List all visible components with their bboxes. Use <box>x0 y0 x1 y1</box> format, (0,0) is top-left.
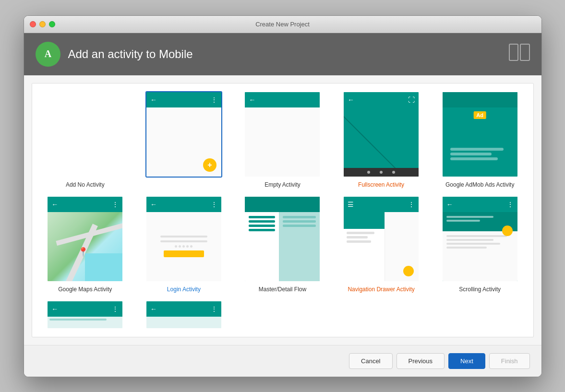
activity-item-partial-2[interactable]: ← ⋮ <box>138 300 229 329</box>
activity-item-admob[interactable]: Ad Google AdMob Ads Activity <box>434 91 526 188</box>
svg-rect-3 <box>520 44 529 60</box>
empty-activity-label: Empty Activity <box>264 181 301 188</box>
android-icon: A <box>40 46 56 62</box>
master-preview <box>244 196 321 282</box>
master-label: Master/Detail Flow <box>259 286 306 293</box>
activity-item-no-activity[interactable]: Add No Activity <box>40 91 131 188</box>
activity-item-scroll[interactable]: ← ⋮ <box>434 196 526 293</box>
svg-rect-2 <box>509 44 518 60</box>
partial-preview-1: ← ⋮ <box>47 300 123 329</box>
blank-selected-label: Blank Activity <box>146 177 221 178</box>
no-activity-label: Add No Activity <box>66 181 105 188</box>
login-label: Login Activity <box>167 286 201 293</box>
next-button[interactable]: Next <box>448 353 485 369</box>
activity-item-login[interactable]: ← ⋮ <box>138 196 229 293</box>
window-controls <box>30 21 55 27</box>
activity-item-partial-1[interactable]: ← ⋮ <box>40 300 131 329</box>
activity-item-blank[interactable]: ← ⋮ + Blank Activity <box>138 91 229 188</box>
main-window: Create New Project A Add an activity to … <box>24 15 542 377</box>
empty-top-bar: ← <box>245 92 320 107</box>
scroll-preview: ← ⋮ <box>442 196 518 282</box>
bottom-navigation: Cancel Previous Next Finish <box>24 345 541 377</box>
activity-item-empty[interactable]: ← Empty Activity <box>237 91 328 188</box>
android-logo: A <box>36 42 60 67</box>
nav-preview: ☰ ⋮ <box>343 196 420 282</box>
maps-preview: ← ⋮ 📍 <box>47 196 123 282</box>
activity-item-master[interactable]: Master/Detail Flow <box>237 196 328 293</box>
header-left: A Add an activity to Mobile <box>36 42 193 67</box>
header-title: Add an activity to Mobile <box>68 48 193 61</box>
admob-preview: Ad <box>442 91 518 178</box>
login-preview: ← ⋮ <box>145 196 222 282</box>
finish-button: Finish <box>489 353 530 369</box>
diagonal <box>344 92 419 168</box>
close-button[interactable] <box>30 21 36 27</box>
bottom-bar <box>344 168 419 177</box>
fullscreen-label: Fullscreen Activity <box>358 181 404 188</box>
partial-preview-2: ← ⋮ <box>145 300 222 329</box>
scroll-label: Scrolling Activity <box>459 286 501 293</box>
empty-body <box>245 107 320 177</box>
activity-item-nav[interactable]: ☰ ⋮ <box>336 196 427 293</box>
activity-item-maps[interactable]: ← ⋮ 📍 Google Maps Activity <box>40 196 131 293</box>
fullscreen-preview: ← ⛶ <box>343 91 420 178</box>
previous-button[interactable]: Previous <box>397 353 445 369</box>
activity-item-fullscreen[interactable]: ← ⛶ Fullscreen Activity <box>336 91 427 188</box>
content-area: Add No Activity ← ⋮ + Blank Activity <box>24 75 541 345</box>
fab-button: + <box>203 158 216 172</box>
maps-label: Google Maps Activity <box>58 286 112 293</box>
admob-label: Google AdMob Ads Activity <box>445 181 514 188</box>
page-header: A Add an activity to Mobile <box>24 33 541 75</box>
blank-activity-preview: ← ⋮ + Blank Activity <box>145 91 222 178</box>
svg-text:A: A <box>44 48 51 59</box>
layout-icon <box>509 44 530 64</box>
activity-grid: Add No Activity ← ⋮ + Blank Activity <box>32 83 534 337</box>
minimize-button[interactable] <box>39 21 46 27</box>
title-bar: Create New Project <box>24 16 541 33</box>
maximize-button[interactable] <box>49 21 55 27</box>
no-activity-preview <box>47 91 123 178</box>
nav-label: Navigation Drawer Activity <box>348 286 414 293</box>
cancel-button[interactable]: Cancel <box>349 353 392 369</box>
blank-body: + <box>146 107 221 177</box>
blank-top-bar: ← ⋮ <box>146 92 221 107</box>
empty-activity-preview: ← <box>244 91 321 178</box>
window-title: Create New Project <box>255 21 310 28</box>
